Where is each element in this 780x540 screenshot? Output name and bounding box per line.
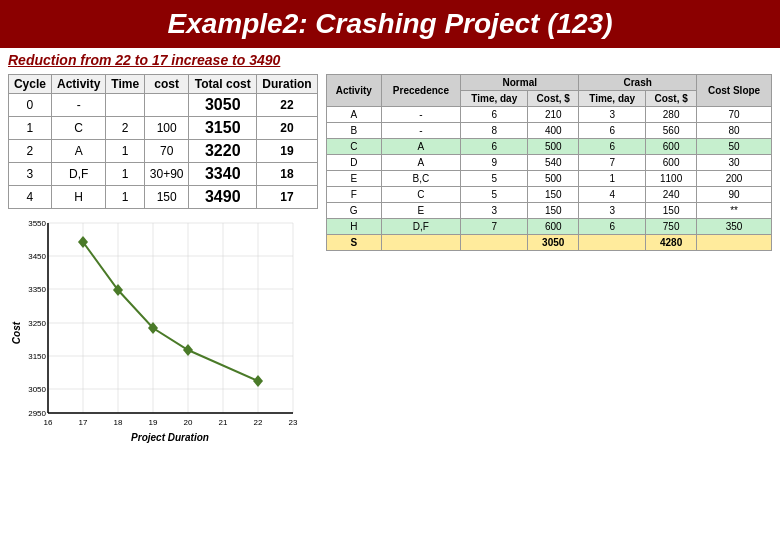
svg-text:2950: 2950 — [28, 409, 46, 418]
cell-time — [106, 94, 144, 117]
cell-activity: G — [327, 203, 382, 219]
svg-text:16: 16 — [44, 418, 53, 427]
cell-sum-n-cost: 3050 — [528, 235, 579, 251]
info-table-row: A - 6 210 3 280 70 — [327, 107, 772, 123]
cell-n-cost: 500 — [528, 139, 579, 155]
th-c-time: Time, day — [579, 91, 646, 107]
cell-activity: D — [327, 155, 382, 171]
cell-slope: 70 — [697, 107, 772, 123]
cell-n-cost: 540 — [528, 155, 579, 171]
cell-n-cost: 500 — [528, 171, 579, 187]
cell-cycle: 2 — [9, 140, 52, 163]
info-table-row: E B,C 5 500 1 1100 200 — [327, 171, 772, 187]
right-section: Activity Precedence Normal Crash Cost Sl… — [326, 74, 772, 448]
left-section: Cycle Activity Time cost Total cost Dura… — [8, 74, 318, 448]
th-normal: Normal — [461, 75, 579, 91]
col-cost: cost — [144, 75, 189, 94]
cell-c-cost: 280 — [646, 107, 697, 123]
cell-duration: 19 — [257, 140, 318, 163]
cell-activity: - — [51, 94, 106, 117]
svg-text:21: 21 — [219, 418, 228, 427]
chart-area: Cost — [8, 213, 308, 448]
cell-c-cost: 600 — [646, 155, 697, 171]
cell-total-cost: 3220 — [189, 140, 257, 163]
info-table-row: D A 9 540 7 600 30 — [327, 155, 772, 171]
svg-text:Project Duration: Project Duration — [131, 432, 209, 443]
cell-sum-label: S — [327, 235, 382, 251]
svg-text:17: 17 — [79, 418, 88, 427]
cell-n-cost: 400 — [528, 123, 579, 139]
cell-c-cost: 750 — [646, 219, 697, 235]
info-table-row: F C 5 150 4 240 90 — [327, 187, 772, 203]
cell-activity: H — [327, 219, 382, 235]
cell-activity: C — [51, 117, 106, 140]
svg-text:20: 20 — [184, 418, 193, 427]
cell-duration: 17 — [257, 186, 318, 209]
cycle-table-row: 0 - 3050 22 — [9, 94, 318, 117]
cell-c-time: 6 — [579, 123, 646, 139]
th-n-time: Time, day — [461, 91, 528, 107]
cell-cost: 100 — [144, 117, 189, 140]
cell-slope: 50 — [697, 139, 772, 155]
svg-marker-38 — [253, 375, 263, 387]
col-time: Time — [106, 75, 144, 94]
cell-c-cost: 600 — [646, 139, 697, 155]
cycle-table: Cycle Activity Time cost Total cost Dura… — [8, 74, 318, 209]
cell-n-time: 8 — [461, 123, 528, 139]
col-cycle: Cycle — [9, 75, 52, 94]
svg-marker-37 — [183, 344, 193, 356]
cell-c-time: 4 — [579, 187, 646, 203]
cell-c-time: 3 — [579, 107, 646, 123]
cell-total-cost: 3340 — [189, 163, 257, 186]
cell-cycle: 1 — [9, 117, 52, 140]
cell-activity: B — [327, 123, 382, 139]
cell-duration: 18 — [257, 163, 318, 186]
col-duration: Duration — [257, 75, 318, 94]
cell-c-cost: 150 — [646, 203, 697, 219]
svg-text:18: 18 — [114, 418, 123, 427]
page-title: Example2: Crashing Project (123) — [0, 0, 780, 48]
th-precedence: Precedence — [381, 75, 461, 107]
svg-text:Cost: Cost — [11, 321, 22, 344]
th-crash: Crash — [579, 75, 697, 91]
cell-c-time: 3 — [579, 203, 646, 219]
cell-time: 1 — [106, 186, 144, 209]
cell-activity: D,F — [51, 163, 106, 186]
cell-time: 2 — [106, 117, 144, 140]
svg-text:23: 23 — [289, 418, 298, 427]
th-cost-slope: Cost Slope — [697, 75, 772, 107]
cell-activity: H — [51, 186, 106, 209]
info-table-row: B - 8 400 6 560 80 — [327, 123, 772, 139]
cycle-table-row: 2 A 1 70 3220 19 — [9, 140, 318, 163]
cell-n-time: 6 — [461, 107, 528, 123]
info-table-row: C A 6 500 6 600 50 — [327, 139, 772, 155]
cell-c-time: 1 — [579, 171, 646, 187]
cell-precedence: A — [381, 155, 461, 171]
svg-text:3450: 3450 — [28, 252, 46, 261]
svg-text:3250: 3250 — [28, 319, 46, 328]
cell-n-time: 3 — [461, 203, 528, 219]
th-c-cost: Cost, $ — [646, 91, 697, 107]
cycle-table-row: 1 C 2 100 3150 20 — [9, 117, 318, 140]
cell-slope: 90 — [697, 187, 772, 203]
cell-total-cost: 3490 — [189, 186, 257, 209]
info-table-row: G E 3 150 3 150 ** — [327, 203, 772, 219]
cell-cycle: 4 — [9, 186, 52, 209]
col-activity: Activity — [51, 75, 106, 94]
cell-slope: ** — [697, 203, 772, 219]
cell-total-cost: 3050 — [189, 94, 257, 117]
cell-n-time: 9 — [461, 155, 528, 171]
info-table-row: H D,F 7 600 6 750 350 — [327, 219, 772, 235]
svg-text:3550: 3550 — [28, 219, 46, 228]
cell-n-time: 5 — [461, 171, 528, 187]
cell-duration: 20 — [257, 117, 318, 140]
cell-sum-c-cost: 4280 — [646, 235, 697, 251]
cell-precedence: - — [381, 107, 461, 123]
cell-n-time: 7 — [461, 219, 528, 235]
cell-duration: 22 — [257, 94, 318, 117]
cell-cycle: 0 — [9, 94, 52, 117]
cell-activity: F — [327, 187, 382, 203]
cell-precedence: E — [381, 203, 461, 219]
cell-slope: 30 — [697, 155, 772, 171]
cell-c-time: 6 — [579, 139, 646, 155]
